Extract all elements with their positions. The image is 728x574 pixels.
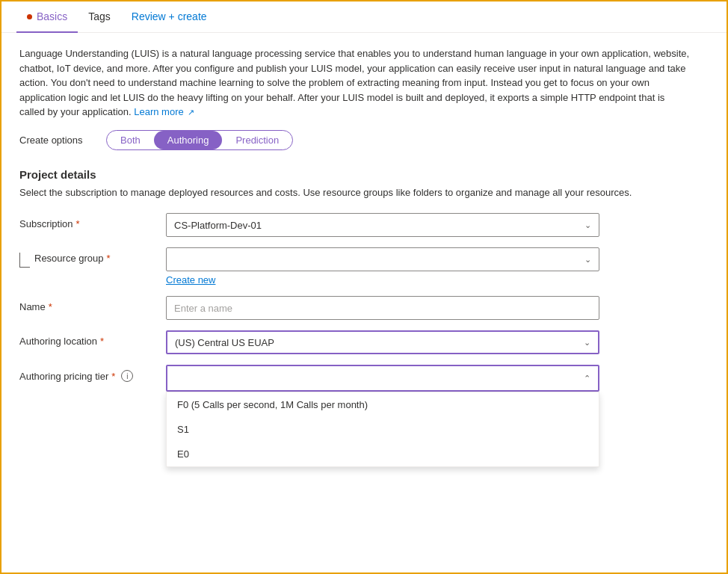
name-row: Name *	[19, 296, 709, 320]
name-input[interactable]	[166, 296, 599, 320]
project-details-section: Project details Select the subscription …	[19, 168, 709, 392]
subscription-label: Subscription *	[19, 213, 154, 229]
resource-group-dropdown[interactable]: ⌄	[166, 247, 599, 271]
external-link-icon: ↗	[188, 108, 194, 117]
authoring-location-required: *	[100, 336, 104, 347]
subscription-required: *	[76, 218, 80, 229]
project-details-title: Project details	[19, 168, 709, 181]
pricing-option-f0[interactable]: F0 (5 Calls per second, 1M Calls per mon…	[167, 392, 599, 417]
authoring-pricing-required: *	[111, 371, 115, 382]
resource-group-control: ⌄ Create new	[166, 247, 599, 286]
name-control	[166, 296, 599, 320]
authoring-pricing-chevron-up-icon: ⌃	[584, 374, 590, 383]
subscription-dropdown[interactable]: CS-Platform-Dev-01 ⌄	[166, 213, 599, 237]
authoring-pricing-dropdown-list: F0 (5 Calls per second, 1M Calls per mon…	[166, 392, 599, 467]
indent-line	[19, 253, 30, 268]
basics-dot	[27, 14, 32, 19]
authoring-location-control: (US) Central US EUAP ⌄	[166, 330, 599, 354]
main-content: Language Understanding (LUIS) is a natur…	[1, 33, 727, 416]
authoring-location-label: Authoring location *	[19, 330, 154, 347]
subscription-control: CS-Platform-Dev-01 ⌄	[166, 213, 599, 237]
authoring-pricing-dropdown-header[interactable]: ⌃	[167, 366, 598, 390]
subscription-row: Subscription * CS-Platform-Dev-01 ⌄	[19, 213, 709, 237]
toggle-prediction[interactable]: Prediction	[222, 131, 292, 149]
resource-group-row: Resource group * ⌄ Create new	[19, 247, 709, 286]
authoring-pricing-dropdown-open: ⌃	[166, 365, 599, 392]
authoring-pricing-row: Authoring pricing tier * i ⌃ F0 (5 Calls…	[19, 365, 709, 392]
resource-group-required: *	[107, 253, 111, 264]
resource-group-label: Resource group *	[34, 247, 111, 264]
authoring-location-dropdown[interactable]: (US) Central US EUAP ⌄	[166, 330, 599, 354]
toggle-authoring[interactable]: Authoring	[154, 131, 223, 149]
resource-group-indent: Resource group *	[19, 247, 154, 268]
authoring-pricing-control: ⌃ F0 (5 Calls per second, 1M Calls per m…	[166, 365, 599, 392]
toggle-both[interactable]: Both	[107, 131, 154, 149]
authoring-pricing-label: Authoring pricing tier * i	[19, 365, 154, 382]
create-new-link[interactable]: Create new	[166, 274, 215, 286]
project-details-desc: Select the subscription to manage deploy…	[19, 185, 709, 200]
tab-tags[interactable]: Tags	[78, 1, 121, 33]
pricing-option-e0[interactable]: E0	[167, 442, 599, 466]
pricing-option-s1[interactable]: S1	[167, 417, 599, 442]
name-required: *	[49, 301, 52, 312]
learn-more-link[interactable]: Learn more ↗	[134, 106, 194, 117]
create-options-label: Create options	[19, 135, 94, 146]
description-text: Language Understanding (LUIS) is a natur…	[19, 46, 692, 120]
authoring-location-chevron-icon: ⌄	[584, 338, 590, 348]
tab-review-create[interactable]: Review + create	[121, 1, 218, 33]
authoring-location-row: Authoring location * (US) Central US EUA…	[19, 330, 709, 354]
tab-bar: Basics Tags Review + create	[1, 1, 727, 33]
create-options-row: Create options Both Authoring Prediction	[19, 130, 709, 150]
create-options-toggle: Both Authoring Prediction	[106, 130, 293, 150]
resource-group-chevron-icon: ⌄	[584, 255, 591, 265]
subscription-chevron-icon: ⌄	[584, 220, 591, 230]
tab-basics[interactable]: Basics	[16, 1, 78, 33]
authoring-pricing-info-icon[interactable]: i	[121, 370, 133, 382]
name-label: Name *	[19, 296, 154, 312]
